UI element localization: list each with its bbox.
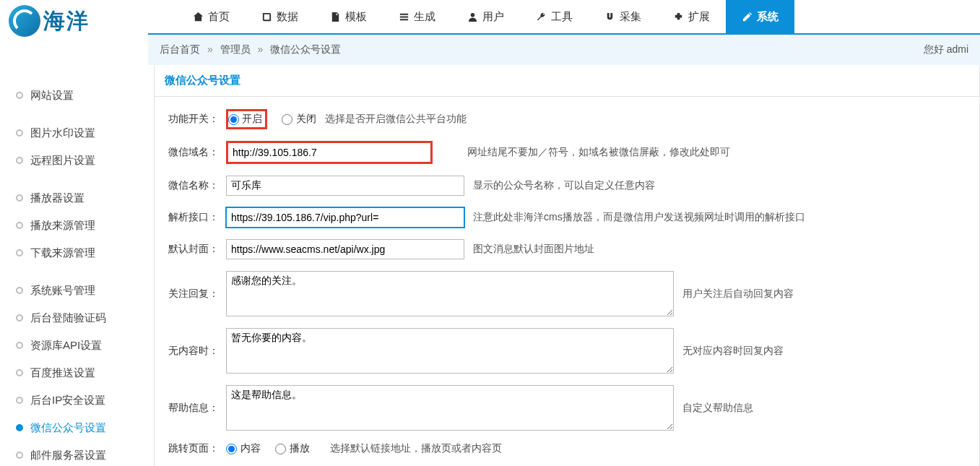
sidebar-item[interactable]: 后台IP安全设置 bbox=[0, 387, 148, 414]
breadcrumb-item[interactable]: 管理员 bbox=[220, 43, 251, 55]
nav-puzzle[interactable]: 扩展 bbox=[657, 0, 726, 33]
bullet-icon bbox=[16, 342, 23, 349]
list-icon bbox=[399, 12, 409, 22]
api-hint: 注意此处非海洋cms播放器，而是微信用户发送视频网址时调用的解析接口 bbox=[473, 211, 805, 224]
sidebar-item-label: 邮件服务器设置 bbox=[30, 449, 106, 462]
api-label: 解析接口： bbox=[165, 211, 219, 224]
nav-wrench[interactable]: 工具 bbox=[520, 0, 589, 33]
nav-label: 用户 bbox=[482, 10, 504, 24]
sidebar-item-label: 下载来源管理 bbox=[30, 246, 95, 260]
sidebar-item[interactable]: 图片水印设置 bbox=[0, 119, 148, 147]
name-hint: 显示的公众号名称，可以自定义任意内容 bbox=[473, 179, 655, 192]
nav-label: 模板 bbox=[345, 10, 367, 24]
nav-magnet[interactable]: 采集 bbox=[589, 0, 657, 33]
magnet-icon bbox=[604, 12, 615, 22]
bullet-icon bbox=[16, 424, 23, 431]
topnav: 首页数据模板生成用户工具采集扩展系统 bbox=[148, 0, 980, 35]
sidebar-item[interactable]: 远程图片设置 bbox=[0, 147, 148, 174]
bullet-icon bbox=[16, 92, 23, 99]
bullet-icon bbox=[16, 314, 23, 322]
sidebar-item[interactable]: 邮件服务器设置 bbox=[0, 441, 148, 466]
sidebar-item[interactable]: 网站设置 bbox=[0, 82, 148, 109]
name-label: 微信名称： bbox=[165, 179, 219, 192]
logo: 海洋 bbox=[0, 0, 148, 42]
nav-label: 工具 bbox=[551, 10, 573, 24]
sidebar-item-label: 百度推送设置 bbox=[30, 366, 95, 380]
domain-input[interactable] bbox=[228, 143, 430, 162]
wrench-icon bbox=[536, 12, 547, 22]
jump-play-radio[interactable] bbox=[275, 444, 286, 454]
bullet-icon bbox=[16, 249, 23, 256]
sidebar-item-label: 资源库API设置 bbox=[30, 339, 102, 353]
breadcrumb-bar: 后台首页 » 管理员 » 微信公众号设置 您好 admi bbox=[148, 35, 980, 65]
panel-title: 微信公众号设置 bbox=[155, 65, 979, 97]
name-input[interactable] bbox=[226, 176, 464, 196]
jump-label: 跳转页面： bbox=[165, 442, 219, 455]
nav-label: 扩展 bbox=[688, 10, 710, 24]
nav-home[interactable]: 首页 bbox=[177, 0, 246, 33]
logo-text: 海洋 bbox=[43, 7, 90, 36]
home-icon bbox=[193, 12, 204, 22]
nav-label: 首页 bbox=[208, 10, 230, 24]
empty-textarea[interactable]: 暂无你要的内容。 bbox=[226, 328, 674, 374]
cover-hint: 图文消息默认封面图片地址 bbox=[473, 243, 594, 256]
breadcrumb-item[interactable]: 后台首页 bbox=[160, 43, 200, 55]
cover-label: 默认封面： bbox=[165, 243, 219, 256]
bullet-icon bbox=[16, 222, 23, 229]
sidebar-item-label: 播放器设置 bbox=[30, 191, 84, 205]
nav-book[interactable]: 数据 bbox=[246, 0, 314, 33]
cover-input[interactable] bbox=[226, 239, 464, 259]
sidebar-item[interactable]: 播放来源管理 bbox=[0, 212, 148, 239]
settings-panel: 微信公众号设置 功能开关： 开启 关闭 选择 bbox=[154, 65, 980, 466]
sidebar-item[interactable]: 微信公众号设置 bbox=[0, 414, 148, 441]
bullet-icon bbox=[16, 194, 23, 202]
empty-label: 无内容时： bbox=[165, 345, 219, 358]
sidebar-item[interactable]: 百度推送设置 bbox=[0, 359, 148, 387]
nav-label: 生成 bbox=[414, 10, 435, 24]
sidebar-item-label: 网站设置 bbox=[30, 89, 74, 103]
sidebar-item[interactable]: 下载来源管理 bbox=[0, 239, 148, 267]
help-hint: 自定义帮助信息 bbox=[682, 402, 753, 415]
edit-icon bbox=[742, 12, 753, 22]
bullet-icon bbox=[16, 452, 23, 459]
sidebar-item[interactable]: 播放器设置 bbox=[0, 184, 148, 212]
puzzle-icon bbox=[673, 12, 684, 22]
sidebar-item-label: 后台IP安全设置 bbox=[30, 394, 105, 407]
switch-hint: 选择是否开启微信公共平台功能 bbox=[325, 113, 467, 126]
user-icon bbox=[467, 12, 478, 22]
sidebar-item[interactable]: 资源库API设置 bbox=[0, 332, 148, 359]
nav-list[interactable]: 生成 bbox=[383, 0, 451, 33]
help-label: 帮助信息： bbox=[165, 402, 219, 415]
follow-textarea[interactable]: 感谢您的关注。 bbox=[226, 271, 674, 316]
switch-off-radio-label[interactable]: 关闭 bbox=[282, 113, 316, 126]
sidebar-item-label: 后台登陆验证码 bbox=[30, 311, 106, 325]
switch-on-text: 开启 bbox=[242, 113, 262, 126]
help-textarea[interactable]: 这是帮助信息。 bbox=[226, 385, 674, 431]
bullet-icon bbox=[16, 369, 23, 376]
sidebar-item-label: 播放来源管理 bbox=[30, 219, 95, 233]
bullet-icon bbox=[16, 397, 23, 404]
nav-file[interactable]: 模板 bbox=[314, 0, 383, 33]
empty-hint: 无对应内容时回复内容 bbox=[682, 345, 784, 358]
switch-off-radio[interactable] bbox=[282, 114, 292, 125]
domain-hint: 网址结尾不要加／符号，如域名被微信屏蔽，修改此处即可 bbox=[467, 146, 730, 159]
nav-label: 系统 bbox=[757, 10, 779, 24]
switch-label: 功能开关： bbox=[165, 113, 219, 126]
bullet-icon bbox=[16, 129, 23, 137]
jump-play-radio-label[interactable]: 播放 bbox=[275, 442, 310, 455]
switch-on-radio[interactable] bbox=[228, 114, 239, 125]
follow-label: 关注回复： bbox=[165, 288, 219, 301]
breadcrumb-item: 微信公众号设置 bbox=[270, 43, 341, 55]
file-icon bbox=[330, 12, 341, 22]
svg-point-0 bbox=[471, 12, 475, 17]
bullet-icon bbox=[16, 157, 23, 164]
jump-content-radio-label[interactable]: 内容 bbox=[226, 442, 261, 455]
greeting: 您好 admi bbox=[924, 43, 968, 56]
api-input[interactable] bbox=[226, 207, 464, 228]
sidebar-item-label: 图片水印设置 bbox=[30, 126, 95, 140]
sidebar-item[interactable]: 后台登陆验证码 bbox=[0, 304, 148, 332]
nav-user[interactable]: 用户 bbox=[451, 0, 520, 33]
sidebar-item[interactable]: 系统账号管理 bbox=[0, 277, 148, 304]
jump-content-radio[interactable] bbox=[226, 444, 237, 454]
nav-edit[interactable]: 系统 bbox=[726, 0, 794, 33]
